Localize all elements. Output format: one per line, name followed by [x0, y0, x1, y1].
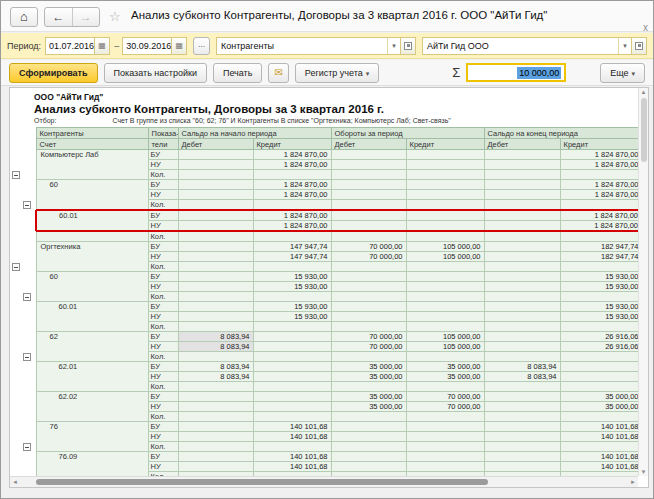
value-cell[interactable]: [406, 302, 484, 312]
value-cell[interactable]: [484, 210, 560, 221]
value-cell[interactable]: [484, 402, 560, 412]
value-cell[interactable]: [406, 422, 484, 432]
indicator-cell[interactable]: НУ: [148, 221, 178, 232]
value-cell[interactable]: [178, 402, 253, 412]
value-cell[interactable]: [331, 221, 406, 232]
value-cell[interactable]: 140 101,68: [560, 432, 638, 442]
account-cell[interactable]: 60: [36, 180, 148, 190]
indicator-cell[interactable]: БУ: [148, 392, 178, 402]
value-cell[interactable]: [406, 160, 484, 170]
account-cell[interactable]: 76.09: [36, 452, 148, 462]
horizontal-scrollbar[interactable]: ◄ ►: [10, 476, 638, 487]
value-cell[interactable]: 182 947,74: [560, 242, 638, 252]
value-cell[interactable]: [178, 462, 253, 472]
value-cell[interactable]: [178, 252, 253, 262]
value-cell[interactable]: [178, 432, 253, 442]
value-cell[interactable]: [406, 462, 484, 472]
indicator-cell[interactable]: БУ: [148, 332, 178, 342]
account-cell[interactable]: [36, 372, 148, 382]
value-cell[interactable]: [178, 442, 253, 452]
collapse-group-icon[interactable]: [23, 293, 31, 301]
value-cell[interactable]: [560, 352, 638, 362]
calendar-icon[interactable]: ▦: [171, 38, 186, 54]
value-cell[interactable]: [484, 422, 560, 432]
value-cell[interactable]: [560, 382, 638, 392]
indicator-cell[interactable]: Кол.: [148, 442, 178, 452]
indicator-cell[interactable]: НУ: [148, 432, 178, 442]
value-cell[interactable]: [178, 292, 253, 302]
account-cell[interactable]: [36, 382, 148, 392]
value-cell[interactable]: 1 824 870,00: [253, 190, 331, 200]
value-cell[interactable]: 105 000,00: [406, 342, 484, 352]
back-button[interactable]: ←: [45, 8, 73, 26]
indicator-cell[interactable]: НУ: [148, 402, 178, 412]
value-cell[interactable]: [406, 200, 484, 211]
value-cell[interactable]: [406, 382, 484, 392]
value-cell[interactable]: [253, 362, 331, 372]
value-cell[interactable]: [560, 372, 638, 382]
value-cell[interactable]: [331, 231, 406, 242]
value-cell[interactable]: [178, 231, 253, 242]
value-cell[interactable]: [484, 150, 560, 160]
indicator-cell[interactable]: Кол.: [148, 382, 178, 392]
more-menu-button[interactable]: Еще▾: [600, 63, 645, 83]
indicator-cell[interactable]: Кол.: [148, 200, 178, 211]
value-cell[interactable]: [178, 422, 253, 432]
value-cell[interactable]: [406, 170, 484, 180]
value-cell[interactable]: 35 000,00: [331, 402, 406, 412]
account-cell[interactable]: [36, 442, 148, 452]
home-button[interactable]: ⌂: [10, 7, 38, 27]
value-cell[interactable]: [406, 210, 484, 221]
indicator-cell[interactable]: Кол.: [148, 292, 178, 302]
value-cell[interactable]: [484, 342, 560, 352]
value-cell[interactable]: 35 000,00: [560, 392, 638, 402]
value-cell[interactable]: 1 824 870,00: [560, 221, 638, 232]
value-cell[interactable]: [560, 292, 638, 302]
account-cell[interactable]: [36, 190, 148, 200]
account-cell[interactable]: Оргтехника: [36, 242, 148, 252]
indicator-cell[interactable]: БУ: [148, 452, 178, 462]
account-cell[interactable]: [36, 342, 148, 352]
organization-combo[interactable]: АйТи Гид ООО ▾: [422, 37, 647, 55]
value-cell[interactable]: [178, 221, 253, 232]
value-cell[interactable]: [406, 231, 484, 242]
collapse-group-icon[interactable]: [12, 263, 20, 271]
subconto-combo[interactable]: Контрагенты ▾: [216, 37, 416, 55]
horizontal-scroll-thumb[interactable]: [36, 479, 488, 485]
account-cell[interactable]: 60: [36, 272, 148, 282]
value-cell[interactable]: [484, 312, 560, 322]
indicator-cell[interactable]: Кол.: [148, 412, 178, 422]
value-cell[interactable]: [484, 452, 560, 462]
value-cell[interactable]: [484, 432, 560, 442]
value-cell[interactable]: 15 930,00: [253, 302, 331, 312]
value-cell[interactable]: [484, 190, 560, 200]
value-cell[interactable]: [331, 150, 406, 160]
value-cell[interactable]: [253, 442, 331, 452]
indicator-cell[interactable]: Кол.: [148, 352, 178, 362]
value-cell[interactable]: [178, 302, 253, 312]
indicator-cell[interactable]: Кол.: [148, 231, 178, 242]
value-cell[interactable]: [406, 452, 484, 462]
value-cell[interactable]: [331, 272, 406, 282]
scroll-up-icon[interactable]: ▲: [639, 89, 648, 95]
value-cell[interactable]: [253, 231, 331, 242]
value-cell[interactable]: [331, 312, 406, 322]
value-cell[interactable]: [331, 190, 406, 200]
value-cell[interactable]: 35 000,00: [331, 392, 406, 402]
value-cell[interactable]: [484, 322, 560, 332]
value-cell[interactable]: [484, 272, 560, 282]
close-icon[interactable]: x: [643, 23, 648, 33]
value-cell[interactable]: 1 824 870,00: [253, 221, 331, 232]
value-cell[interactable]: [560, 170, 638, 180]
value-cell[interactable]: [484, 442, 560, 452]
indicator-cell[interactable]: Кол.: [148, 170, 178, 180]
value-cell[interactable]: 35 000,00: [406, 362, 484, 372]
value-cell[interactable]: 1 824 870,00: [560, 150, 638, 160]
scroll-right-icon[interactable]: ►: [630, 479, 636, 485]
value-cell[interactable]: [484, 221, 560, 232]
value-cell[interactable]: [406, 150, 484, 160]
value-cell[interactable]: 1 824 870,00: [253, 160, 331, 170]
value-cell[interactable]: 8 083,94: [178, 372, 253, 382]
account-cell[interactable]: 60.01: [36, 302, 148, 312]
value-cell[interactable]: [406, 282, 484, 292]
